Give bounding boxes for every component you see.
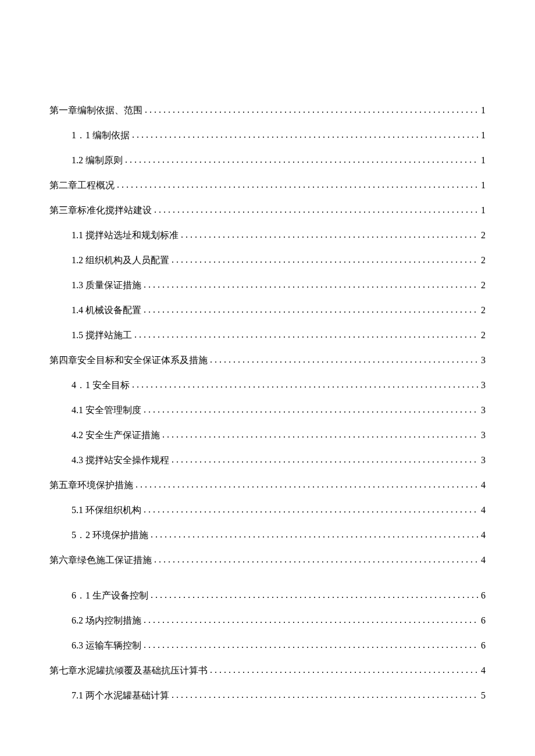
toc-page-number: 4 [481,555,486,565]
toc-leader-dots [145,105,479,115]
toc-page-number: 1 [481,180,486,191]
toc-leader-dots [117,180,479,190]
toc-page-number: 6 [481,640,486,651]
toc-entry: 4.1 安全管理制度3 [72,404,486,417]
toc-label: 第六章绿色施工保证措施 [49,554,152,567]
toc-page-number: 4 [481,530,486,540]
toc-label: 4．1 安全目标 [72,379,130,392]
toc-page-number: 2 [481,230,486,241]
toc-label: 4.1 安全管理制度 [72,404,141,417]
toc-leader-dots [151,590,479,600]
toc-page-number: 3 [481,355,486,366]
toc-entry: 1.2 组织机构及人员配置2 [72,255,486,267]
toc-entry: 7.1 两个水泥罐基础计算5 [72,690,486,702]
toc-leader-dots [181,230,479,240]
toc-entry: 6．1 生产设备控制6 [72,590,486,602]
toc-page-number: 2 [481,280,486,291]
toc-leader-dots [154,554,479,565]
toc-label: 1.2 编制原则 [72,155,123,167]
toc-entry: 6.2 场内控制措施6 [72,615,486,627]
toc-page-number: 1 [481,155,486,166]
toc-page-number: 2 [481,305,486,316]
toc-entry: 4.3 搅拌站安全操作规程3 [72,454,486,467]
toc-entry: 1.2 编制原则1 [72,155,486,167]
toc-label: 4.3 搅拌站安全操作规程 [72,454,169,467]
toc-label: 第七章水泥罐抗倾覆及基础抗压计算书 [49,665,208,677]
table-of-contents: 第一章编制依据、范围11．1 编制依据11.2 编制原则1第二章工程概况1第三章… [49,105,486,702]
toc-page-number: 6 [481,615,486,626]
toc-leader-dots [172,454,479,465]
toc-leader-dots [144,640,479,650]
toc-entry: 第二章工程概况1 [49,180,486,192]
toc-label: 第五章环境保护措施 [49,479,133,492]
toc-page-number: 6 [481,590,486,601]
toc-leader-dots [144,404,479,415]
toc-leader-dots [134,329,479,340]
toc-page-number: 4 [481,665,486,676]
toc-leader-dots [210,665,479,675]
toc-page-number: 2 [481,330,486,341]
toc-leader-dots [210,354,479,365]
toc-entry: 1.1 搅拌站选址和规划标准2 [72,230,486,242]
toc-page-number: 3 [481,430,486,440]
toc-label: 第一章编制依据、范围 [49,105,142,117]
toc-leader-dots [162,429,479,440]
toc-entry: 1．1 编制依据1 [72,130,486,142]
toc-page-number: 5 [481,690,486,701]
toc-leader-dots [135,479,479,490]
toc-entry: 1.3 质量保证措施2 [72,280,486,292]
toc-leader-dots [151,529,479,540]
toc-label: 1．1 编制依据 [72,130,130,142]
toc-page-number: 1 [481,105,486,116]
toc-entry: 5.1 环保组织机构4 [72,504,486,517]
toc-label: 1.4 机械设备配置 [72,304,141,317]
toc-label: 6.3 运输车辆控制 [72,640,141,652]
toc-page-number: 3 [481,380,486,390]
toc-leader-dots [144,304,479,315]
toc-leader-dots [144,280,479,290]
toc-page-number: 1 [481,205,486,216]
toc-label: 第三章标准化搅拌站建设 [49,205,152,217]
toc-entry: 第三章标准化搅拌站建设1 [49,205,486,217]
toc-leader-dots [125,155,479,165]
toc-entry: 1.5 搅拌站施工2 [72,329,486,342]
toc-page-number: 4 [481,505,486,515]
toc-label: 1.5 搅拌站施工 [72,329,132,342]
toc-leader-dots [132,379,479,390]
toc-entry: 5．2 环境保护措施4 [72,529,486,542]
toc-label: 第二章工程概况 [49,180,115,192]
toc-label: 1.1 搅拌站选址和规划标准 [72,230,179,242]
toc-page-number: 3 [481,405,486,415]
toc-label: 1.2 组织机构及人员配置 [72,255,169,267]
toc-entry: 4．1 安全目标3 [72,379,486,392]
toc-entry: 第一章编制依据、范围1 [49,105,486,117]
toc-page-number: 3 [481,455,486,465]
toc-leader-dots [154,205,479,215]
toc-leader-dots [172,255,479,265]
toc-label: 5.1 环保组织机构 [72,504,141,517]
toc-label: 6．1 生产设备控制 [72,590,148,602]
toc-page-number: 4 [481,480,486,490]
toc-entry: 4.2 安全生产保证措施3 [72,429,486,442]
toc-page-number: 2 [481,255,486,266]
toc-leader-dots [132,130,479,140]
toc-page-number: 1 [481,130,486,141]
toc-entry: 1.4 机械设备配置2 [72,304,486,317]
toc-entry: 6.3 运输车辆控制6 [72,640,486,652]
toc-entry: 第五章环境保护措施4 [49,479,486,492]
toc-entry: 第六章绿色施工保证措施4 [49,554,486,567]
toc-entry: 第四章安全目标和安全保证体系及措施3 [49,354,486,367]
toc-label: 6.2 场内控制措施 [72,615,141,627]
toc-leader-dots [172,690,479,700]
toc-label: 4.2 安全生产保证措施 [72,429,160,442]
toc-label: 7.1 两个水泥罐基础计算 [72,690,169,702]
toc-label: 第四章安全目标和安全保证体系及措施 [49,354,208,367]
toc-label: 5．2 环境保护措施 [72,529,148,542]
toc-leader-dots [144,504,479,515]
toc-leader-dots [144,615,479,625]
toc-entry: 第七章水泥罐抗倾覆及基础抗压计算书4 [49,665,486,677]
toc-label: 1.3 质量保证措施 [72,280,141,292]
